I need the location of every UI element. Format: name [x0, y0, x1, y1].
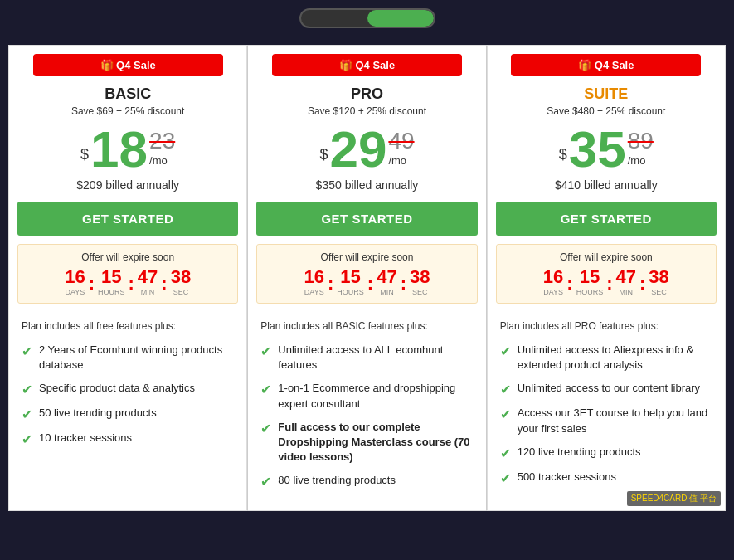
plan-card-basic: 🎁 Q4 Sale BASIC Save $69 + 25% discount … — [8, 45, 247, 511]
price-old-wrap-pro: 49 /mo — [388, 128, 414, 167]
check-icon-suite-0: ✔ — [500, 343, 511, 359]
plan-card-pro: 🎁 Q4 Sale PRO Save $120 + 25% discount $… — [247, 45, 486, 511]
countdown-sep1-suite: : — [566, 273, 572, 295]
check-icon-pro-0: ✔ — [260, 343, 271, 359]
billed-annually-suite: $410 billed annually — [488, 178, 725, 192]
get-started-pro[interactable]: GET STARTED — [256, 202, 477, 236]
check-icon-suite-4: ✔ — [500, 470, 511, 486]
countdown-min-basic: 47 MIN — [138, 266, 158, 296]
countdown-min-num-pro: 47 — [377, 266, 396, 288]
plan-name-suite: SUITE — [488, 85, 725, 103]
countdown-days-basic: 16 DAYS — [65, 266, 85, 296]
billed-annually-basic: $209 billed annually — [9, 178, 246, 192]
feature-item-pro-3: ✔ 80 live trending products — [260, 473, 473, 489]
feature-item-basic-3: ✔ 10 tracker sessions — [22, 431, 234, 447]
countdown-sec-num-basic: 38 — [171, 266, 191, 288]
countdown-min-suite: 47 MIN — [616, 266, 636, 296]
countdown-days-num-suite: 16 — [543, 266, 563, 288]
plan-card-suite: 🎁 Q4 Sale SUITE Save $480 + 25% discount… — [487, 45, 726, 511]
feature-text-suite-2: Access our 3ET course to help you land y… — [518, 406, 712, 436]
countdown-days-pro: 16 DAYS — [304, 266, 324, 296]
countdown-sec-pro: 38 SEC — [410, 266, 430, 296]
countdown-days-label: DAYS — [304, 288, 324, 296]
countdown-sep1-pro: : — [328, 273, 333, 295]
check-icon-basic-1: ✔ — [22, 382, 32, 397]
feature-text-basic-1: Specific product data & analytics — [39, 381, 195, 396]
countdown-pro: 16 DAYS : 15 HOURS : 47 MIN : 38 SEC — [265, 266, 468, 296]
offer-box-basic: Offer will expire soon 16 DAYS : 15 HOUR… — [17, 244, 238, 304]
countdown-hours-label: HOURS — [98, 288, 125, 296]
price-main-suite: 35 — [569, 124, 626, 175]
countdown-min-label: MIN — [619, 288, 633, 296]
feature-text-pro-0: Unlimited access to ALL ecomhunt feature… — [278, 343, 473, 373]
countdown-min-num-suite: 47 — [616, 266, 636, 288]
offer-text-suite: Offer will expire soon — [505, 251, 707, 263]
features-title-basic: Plan includes all free features plus: — [22, 320, 234, 332]
feature-item-basic-1: ✔ Specific product data & analytics — [22, 381, 234, 397]
monthly-toggle[interactable] — [301, 10, 367, 27]
countdown-min-num-basic: 47 — [138, 266, 158, 288]
price-main-pro: 29 — [329, 124, 386, 175]
check-icon-pro-3: ✔ — [260, 474, 271, 489]
get-started-suite[interactable]: GET STARTED — [496, 202, 717, 236]
plan-discount-pro: Save $120 + 25% discount — [248, 105, 485, 117]
countdown-sec-label: SEC — [651, 288, 667, 296]
countdown-sec-num-suite: 38 — [649, 266, 668, 288]
countdown-min-pro: 47 MIN — [377, 266, 396, 296]
price-old-basic: 23 — [149, 128, 175, 154]
feature-text-pro-3: 80 live trending products — [278, 473, 396, 488]
check-icon-pro-1: ✔ — [260, 382, 271, 397]
price-old-suite: 89 — [628, 128, 654, 154]
toggle-container — [299, 8, 435, 28]
countdown-basic: 16 DAYS : 15 HOURS : 47 MIN : 38 SEC — [27, 266, 229, 296]
feature-item-basic-2: ✔ 50 live trending products — [22, 406, 234, 422]
price-row-suite: $ 35 89 /mo — [488, 124, 725, 175]
countdown-min-label: MIN — [380, 288, 394, 296]
countdown-days-label: DAYS — [543, 288, 563, 296]
feature-text-basic-0: 2 Years of Ecomhunt winning products dat… — [39, 343, 234, 373]
countdown-hours-num-basic: 15 — [101, 266, 121, 288]
price-dollar-suite: $ — [559, 146, 567, 163]
countdown-sep3-basic: : — [161, 273, 167, 295]
get-started-basic[interactable]: GET STARTED — [17, 202, 238, 236]
price-old-wrap-basic: 23 /mo — [149, 128, 175, 167]
watermark: SPEED4CARD 值 平台 — [627, 491, 721, 506]
yearly-toggle[interactable] — [367, 10, 434, 27]
feature-item-suite-2: ✔ Access our 3ET course to help you land… — [500, 406, 712, 436]
check-icon-suite-3: ✔ — [500, 446, 511, 461]
sale-badge-pro: 🎁 Q4 Sale — [272, 54, 462, 76]
features-title-pro: Plan includes all BASIC features plus: — [260, 320, 473, 332]
offer-text-basic: Offer will expire soon — [27, 251, 229, 263]
feature-text-basic-3: 10 tracker sessions — [39, 431, 132, 446]
price-old-wrap-suite: 89 /mo — [628, 128, 654, 167]
feature-item-pro-0: ✔ Unlimited access to ALL ecomhunt featu… — [260, 343, 473, 373]
feature-text-suite-1: Unlimited access to our content library — [518, 381, 700, 396]
countdown-hours-label: HOURS — [337, 288, 364, 296]
feature-item-suite-0: ✔ Unlimited access to Aliexpress info & … — [500, 343, 712, 373]
countdown-days-num-basic: 16 — [65, 266, 85, 288]
plan-discount-suite: Save $480 + 25% discount — [488, 105, 725, 117]
countdown-sec-basic: 38 SEC — [171, 266, 191, 296]
plans-container: 🎁 Q4 Sale BASIC Save $69 + 25% discount … — [8, 45, 726, 511]
plan-name-basic: BASIC — [9, 85, 246, 103]
countdown-sec-num-pro: 38 — [410, 266, 430, 288]
price-main-basic: 18 — [90, 124, 148, 175]
countdown-sec-label: SEC — [173, 288, 189, 296]
countdown-sep2-suite: : — [606, 273, 612, 295]
plan-name-pro: PRO — [248, 85, 485, 103]
countdown-sep3-pro: : — [401, 273, 406, 295]
price-dollar-basic: $ — [80, 146, 89, 163]
countdown-hours-suite: 15 HOURS — [576, 266, 604, 296]
feature-item-suite-3: ✔ 120 live trending products — [500, 445, 712, 461]
price-row-pro: $ 29 49 /mo — [248, 124, 485, 175]
feature-item-suite-1: ✔ Unlimited access to our content librar… — [500, 381, 712, 397]
feature-text-basic-2: 50 live trending products — [39, 406, 157, 421]
countdown-sec-suite: 38 SEC — [649, 266, 668, 296]
offer-box-pro: Offer will expire soon 16 DAYS : 15 HOUR… — [256, 244, 477, 304]
countdown-suite: 16 DAYS : 15 HOURS : 47 MIN : 38 SEC — [505, 266, 707, 296]
check-icon-suite-1: ✔ — [500, 382, 511, 397]
countdown-sec-label: SEC — [412, 288, 428, 296]
feature-item-pro-2: ✔ Full access to our complete Dropshippi… — [260, 420, 473, 465]
countdown-hours-pro: 15 HOURS — [337, 266, 364, 296]
check-icon-basic-0: ✔ — [22, 343, 32, 359]
